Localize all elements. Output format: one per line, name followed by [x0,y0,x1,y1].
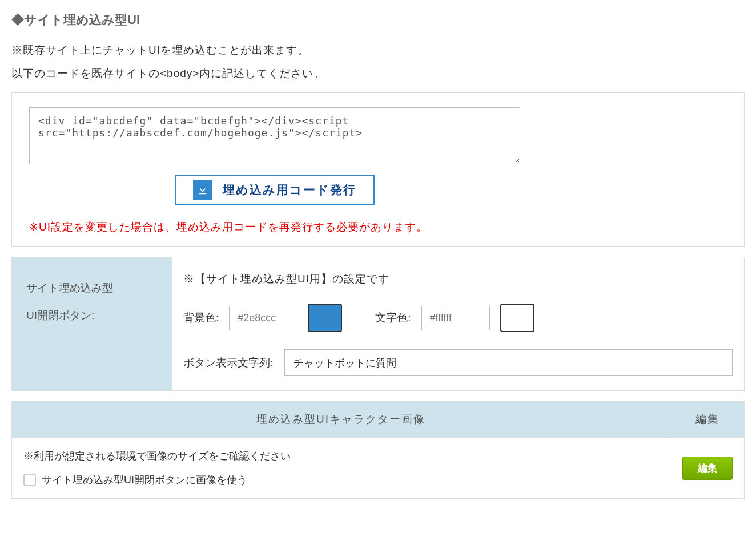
button-text-row: ボタン表示文字列: [183,349,733,376]
fgcolor-label: 文字色: [375,310,411,325]
color-row: 背景色: 文字色: [183,304,733,332]
embed-code-textarea[interactable] [29,107,520,164]
toggle-button-settings: サイト埋め込み型 UI開閉ボタン: ※【サイト埋め込み型UI用】の設定です 背景… [11,257,745,391]
settings-side-label: サイト埋め込み型 UI開閉ボタン: [12,257,172,390]
download-icon [193,180,212,200]
bgcolor-swatch[interactable] [308,304,342,332]
generate-code-button-label: 埋め込み用コード発行 [223,182,356,198]
settings-note: ※【サイト埋め込み型UI用】の設定です [183,272,733,286]
settings-label-line2: UI開閉ボタン: [26,302,158,329]
character-image-table: 埋め込み型UIキャラクター画像 編集 ※利用が想定される環境で画像のサイズをご確… [11,401,745,499]
bgcolor-input[interactable] [229,306,297,330]
checkbox-icon[interactable] [23,474,36,486]
image-header: 埋め込み型UIキャラクター画像 [12,402,670,438]
warning-text: ※UI設定を変更した場合は、埋め込み用コードを再発行する必要があります。 [29,220,727,235]
bgcolor-label: 背景色: [183,310,219,325]
fgcolor-swatch[interactable] [500,304,534,332]
description-line-1: ※既存サイト上にチャットUIを埋め込むことが出来ます。 [11,43,745,58]
edit-button[interactable]: 編集 [682,457,733,480]
btntext-label: ボタン表示文字列: [183,356,273,370]
use-image-checkbox-row[interactable]: サイト埋め込み型UI開閉ボタンに画像を使う [23,473,658,487]
generate-code-button[interactable]: 埋め込み用コード発行 [175,175,375,205]
settings-label-line1: サイト埋め込み型 [26,274,158,302]
edit-header: 編集 [670,402,745,438]
table-row: ※利用が想定される環境で画像のサイズをご確認ください サイト埋め込み型UI開閉ボ… [12,438,745,499]
embed-code-panel: 埋め込み用コード発行 ※UI設定を変更した場合は、埋め込み用コードを再発行する必… [11,92,745,247]
btntext-input[interactable] [284,349,733,376]
description-line-2: 以下のコードを既存サイトの<body>内に記述してください。 [11,66,745,81]
fgcolor-input[interactable] [421,306,490,330]
use-image-checkbox-label: サイト埋め込み型UI開閉ボタンに画像を使う [42,473,247,487]
image-size-note: ※利用が想定される環境で画像のサイズをご確認ください [23,449,658,463]
section-title: ◆サイト埋め込み型UI [11,11,745,29]
settings-body: ※【サイト埋め込み型UI用】の設定です 背景色: 文字色: ボタン表示文字列: [172,257,744,390]
